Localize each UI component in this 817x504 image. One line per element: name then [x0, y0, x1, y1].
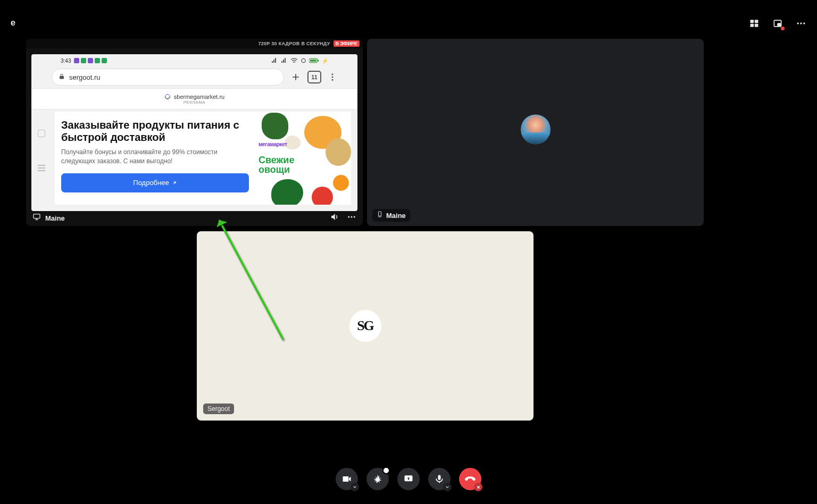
screenshare-button[interactable] [397, 468, 420, 490]
camera-button[interactable] [336, 468, 358, 490]
ad-headline: Заказывайте продукты питания с быстрой д… [61, 119, 249, 144]
ad-body[interactable]: Заказывайте продукты питания с быстрой д… [55, 112, 351, 205]
phone-addressbar-row: sergoot.ru 11 [52, 68, 337, 86]
hangup-button[interactable] [459, 468, 481, 490]
tile-nametag: Maine [372, 209, 410, 222]
svg-point-22 [354, 216, 355, 218]
browser-menu-icon[interactable] [328, 72, 337, 82]
ad-image: мегамаркет Свежие овощи [255, 112, 351, 205]
megamarket-logo-text: мегамаркет [259, 141, 287, 147]
ad-header: sbermegamarket.ru РЕКЛАМА [31, 88, 357, 110]
popout-icon[interactable] [771, 17, 784, 30]
tile-footer: Maine [26, 210, 363, 226]
call-controls [336, 468, 481, 490]
new-tab-icon[interactable] [290, 72, 301, 82]
phone-network-icons: ⚡ [271, 58, 328, 64]
tile-more-icon[interactable] [347, 212, 356, 224]
svg-point-9 [302, 58, 305, 62]
svg-rect-0 [751, 20, 754, 23]
svg-point-6 [797, 22, 799, 24]
participant-name: Maine [386, 212, 406, 220]
statusbar-app-icons [74, 58, 107, 63]
self-tile[interactable]: SG Sergoot [197, 231, 533, 421]
svg-point-7 [800, 22, 802, 24]
svg-rect-3 [755, 24, 758, 27]
screen-icon [32, 213, 41, 223]
ad-subtext: Получайте бонусы и оплачивайте до 99% ст… [61, 148, 249, 166]
fresh-line1: Свежие [259, 155, 294, 165]
avatar [521, 114, 551, 144]
titlebar: е [0, 0, 817, 31]
activities-button[interactable] [366, 468, 389, 490]
phone-time: 3:43 [61, 58, 71, 64]
camera-chevron-icon[interactable] [351, 483, 359, 491]
svg-point-14 [332, 77, 334, 78]
channel-indicator: е [11, 18, 15, 28]
fresh-line2: овощи [259, 165, 294, 174]
shared-phone-screen: 3:43 ⚡ sergoot.ru [31, 54, 357, 211]
svg-rect-2 [751, 24, 754, 27]
svg-point-8 [803, 22, 805, 24]
tab-count[interactable]: 11 [307, 71, 321, 83]
svg-point-24 [380, 216, 380, 216]
brand-logo-icon [164, 94, 171, 100]
volume-icon[interactable] [330, 212, 339, 224]
sidebar-checkbox-icon [38, 130, 45, 137]
grid-view-icon[interactable] [748, 17, 761, 30]
ad-label: РЕКЛАМА [184, 100, 205, 105]
address-url: sergoot.ru [69, 73, 101, 81]
svg-point-21 [351, 216, 353, 218]
sidebar-menu-icon [38, 165, 45, 171]
ad-cta-button[interactable]: Подробнее [61, 173, 249, 192]
more-icon[interactable] [795, 17, 807, 30]
stream-quality-bar: 720P 30 КАДРОВ В СЕКУНДУ В ЭФИРЕ [26, 39, 363, 48]
participant-name: Maine [45, 214, 65, 222]
phone-statusbar: 3:43 ⚡ [31, 56, 357, 65]
svg-point-13 [332, 73, 334, 75]
self-nametag: Sergoot [203, 404, 234, 414]
svg-rect-5 [778, 23, 781, 26]
address-bar[interactable]: sergoot.ru [52, 69, 284, 86]
ad-cta-label: Подробнее [133, 179, 169, 187]
hangup-close-icon[interactable] [474, 483, 482, 491]
participant-tile[interactable]: Maine [367, 39, 704, 226]
svg-rect-19 [34, 214, 40, 219]
activity-indicator [382, 467, 390, 474]
notification-dot [781, 27, 785, 30]
external-link-icon [172, 180, 177, 186]
svg-rect-12 [318, 60, 319, 62]
screenshare-tile[interactable]: 720P 30 КАДРОВ В СЕКУНДУ В ЭФИРЕ 3:43 ⚡ [26, 39, 363, 226]
mic-chevron-icon[interactable] [443, 483, 452, 491]
svg-rect-1 [755, 20, 758, 23]
device-icon [377, 211, 383, 220]
svg-point-15 [332, 79, 334, 81]
quality-text: 720P 30 КАДРОВ В СЕКУНДУ [258, 41, 330, 46]
svg-rect-11 [310, 60, 316, 62]
avatar-initials: SG [357, 318, 373, 334]
live-badge: В ЭФИРЕ [334, 40, 360, 47]
ad-domain: sbermegamarket.ru [174, 94, 224, 100]
svg-point-20 [348, 216, 349, 218]
avatar: SG [349, 310, 381, 342]
mic-button[interactable] [428, 468, 451, 490]
lock-icon [59, 72, 65, 82]
